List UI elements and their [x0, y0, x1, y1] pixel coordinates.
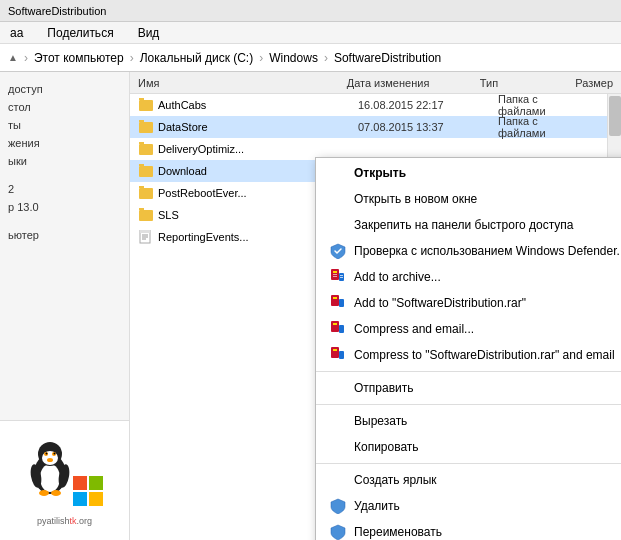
- svg-rect-15: [73, 492, 87, 506]
- ctx-item-open-new[interactable]: Открыть в новом окне: [316, 186, 621, 212]
- svg-point-6: [45, 452, 47, 454]
- menu-item-file[interactable]: аа: [4, 24, 29, 42]
- svg-rect-30: [333, 297, 337, 299]
- delete-shield-icon: [328, 498, 348, 514]
- address-bar: ▲ › Этот компьютер › Локальный диск (C:)…: [0, 44, 621, 72]
- sidebar-item-ty[interactable]: ты: [0, 116, 129, 134]
- ctx-label-compress-sd-email: Compress to "SoftwareDistribution.rar" a…: [354, 348, 615, 362]
- svg-rect-18: [140, 230, 150, 233]
- ctx-item-pin[interactable]: Закрепить на панели быстрого доступа: [316, 212, 621, 238]
- sidebar-item-dostup[interactable]: доступ: [0, 80, 129, 98]
- title-text: SoftwareDistribution: [8, 5, 106, 17]
- file-list-container: Имя Дата изменения Тип Размер AuthCabs 1…: [130, 72, 621, 540]
- svg-rect-27: [340, 275, 343, 276]
- nav-up-icon[interactable]: ▲: [8, 52, 18, 63]
- file-type-authcabs: Папка с файлами: [490, 93, 590, 117]
- address-part-0[interactable]: Этот компьютер: [34, 51, 124, 65]
- logo-composite: [25, 436, 105, 516]
- address-sep-3: ›: [259, 51, 263, 65]
- file-list-header: Имя Дата изменения Тип Размер: [130, 72, 621, 94]
- sidebar-item-r13[interactable]: р 13.0: [0, 198, 129, 216]
- svg-rect-16: [89, 492, 103, 506]
- ctx-item-rename[interactable]: Переименовать: [316, 519, 621, 540]
- ctx-label-rename: Переименовать: [354, 525, 442, 539]
- svg-rect-35: [331, 347, 339, 358]
- send-icon: [328, 380, 348, 396]
- ctx-label-pin: Закрепить на панели быстрого доступа: [354, 218, 574, 232]
- sidebar-item-computer[interactable]: ьютер: [0, 226, 129, 244]
- address-part-2[interactable]: Windows: [269, 51, 318, 65]
- ctx-item-add-sd-rar[interactable]: Add to "SoftwareDistribution.rar": [316, 290, 621, 316]
- address-sep-4: ›: [324, 51, 328, 65]
- open-new-icon: [328, 191, 348, 207]
- ctx-label-send: Отправить: [354, 381, 414, 395]
- ctx-label-add-archive: Add to archive...: [354, 270, 441, 284]
- col-header-type[interactable]: Тип: [472, 77, 567, 89]
- rename-shield-icon: [328, 524, 348, 540]
- svg-rect-29: [331, 295, 339, 306]
- ctx-label-delete: Удалить: [354, 499, 400, 513]
- separator-2: [316, 404, 621, 405]
- file-name-datastore: DataStore: [130, 120, 350, 134]
- ctx-label-open: Открыть: [354, 166, 406, 180]
- address-part-3[interactable]: SoftwareDistribution: [334, 51, 441, 65]
- open-icon: [328, 165, 348, 181]
- sidebar-item-2[interactable]: 2: [0, 180, 129, 198]
- svg-rect-31: [339, 299, 344, 307]
- separator-3: [316, 463, 621, 464]
- sidebar-item-yki[interactable]: ыки: [0, 152, 129, 170]
- cut-icon: [328, 413, 348, 429]
- pin-icon: [328, 217, 348, 233]
- windows-logo: [73, 476, 105, 511]
- svg-rect-36: [333, 349, 337, 351]
- ctx-item-defender[interactable]: Проверка с использованием Windows Defend…: [316, 238, 621, 264]
- sidebar-item-zheniya[interactable]: жения: [0, 134, 129, 152]
- ctx-label-copy: Копировать: [354, 440, 419, 454]
- shortcut-icon: [328, 472, 348, 488]
- file-name-delivery: DeliveryOptimiz...: [130, 142, 350, 156]
- ctx-item-delete[interactable]: Удалить: [316, 493, 621, 519]
- sidebar-item-stol[interactable]: стол: [0, 98, 129, 116]
- ctx-item-add-archive[interactable]: Add to archive...: [316, 264, 621, 290]
- ctx-item-copy[interactable]: Копировать: [316, 434, 621, 460]
- ctx-item-send[interactable]: Отправить ▶: [316, 375, 621, 401]
- svg-rect-13: [73, 476, 87, 490]
- main-layout: доступ стол ты жения ыки 2 р 13.0 ьютер: [0, 72, 621, 540]
- address-part-1[interactable]: Локальный диск (C:): [140, 51, 254, 65]
- svg-point-1: [40, 464, 60, 492]
- sidebar: доступ стол ты жения ыки 2 р 13.0 ьютер: [0, 72, 130, 540]
- table-row[interactable]: DataStore 07.08.2015 13:37 Папка с файла…: [130, 116, 621, 138]
- col-header-size[interactable]: Размер: [567, 77, 621, 89]
- menu-bar: аа Поделиться Вид: [0, 22, 621, 44]
- ctx-label-add-sd-rar: Add to "SoftwareDistribution.rar": [354, 296, 526, 310]
- svg-point-9: [39, 490, 49, 496]
- ctx-label-cut: Вырезать: [354, 414, 407, 428]
- svg-rect-34: [339, 325, 344, 333]
- address-sep-2: ›: [130, 51, 134, 65]
- menu-item-share[interactable]: Поделиться: [41, 24, 119, 42]
- separator-1: [316, 371, 621, 372]
- penguin-icon: [30, 436, 70, 499]
- ctx-item-compress-sd-email[interactable]: Compress to "SoftwareDistribution.rar" a…: [316, 342, 621, 368]
- svg-rect-25: [333, 276, 337, 277]
- menu-item-view[interactable]: Вид: [132, 24, 166, 42]
- defender-shield-icon: [328, 243, 348, 259]
- ctx-item-compress-email[interactable]: Compress and email...: [316, 316, 621, 342]
- svg-rect-14: [89, 476, 103, 490]
- bottom-logo-area: pyatilishtk.org: [0, 420, 130, 540]
- svg-rect-28: [340, 277, 343, 278]
- logo-text: pyatilishtk.org: [37, 516, 92, 526]
- ctx-item-shortcut[interactable]: Создать ярлык: [316, 467, 621, 493]
- table-row[interactable]: AuthCabs 16.08.2015 22:17 Папка с файлам…: [130, 94, 621, 116]
- rar-icon-1: [328, 269, 348, 285]
- ctx-item-open[interactable]: Открыть: [316, 160, 621, 186]
- ctx-item-cut[interactable]: Вырезать: [316, 408, 621, 434]
- rar-icon-4: [328, 347, 348, 363]
- scroll-thumb[interactable]: [609, 96, 621, 136]
- svg-rect-33: [333, 323, 337, 325]
- svg-point-10: [51, 490, 61, 496]
- ctx-label-compress-email: Compress and email...: [354, 322, 474, 336]
- address-sep-1: ›: [24, 51, 28, 65]
- col-header-date[interactable]: Дата изменения: [339, 77, 472, 89]
- col-header-name[interactable]: Имя: [130, 77, 339, 89]
